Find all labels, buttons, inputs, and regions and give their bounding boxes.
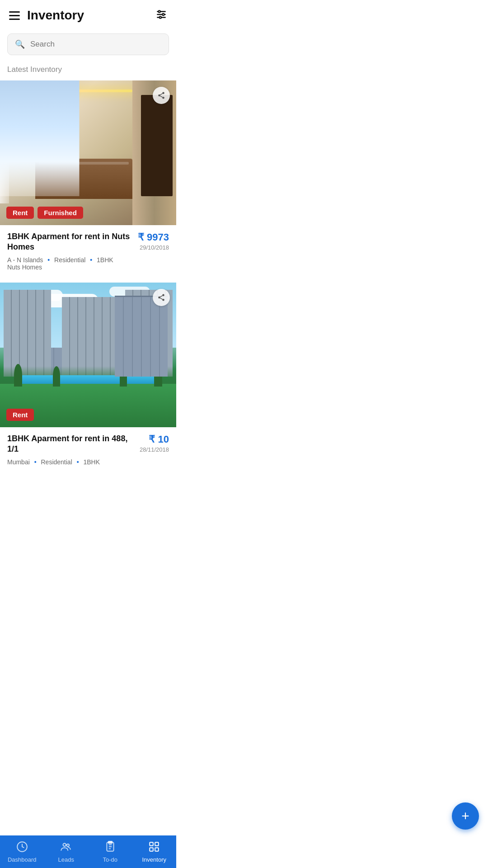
search-box[interactable]: 🔍 xyxy=(7,33,169,55)
svg-point-12 xyxy=(158,297,160,299)
card-category: Residential xyxy=(54,256,85,264)
hamburger-menu-icon[interactable] xyxy=(9,11,20,20)
svg-point-3 xyxy=(159,10,160,12)
svg-rect-26 xyxy=(150,848,154,851)
rent-tag: Rent xyxy=(6,409,34,421)
card-info: 1BHK Aparment for rent in Nuts Homes ₹ 9… xyxy=(0,225,176,279)
card-image: Rent Furnished xyxy=(0,80,176,225)
svg-point-11 xyxy=(162,294,164,296)
svg-point-5 xyxy=(160,16,161,18)
todo-icon xyxy=(104,841,116,854)
nav-item-dashboard[interactable]: Dashboard xyxy=(0,835,44,868)
card-image: Rent xyxy=(0,283,176,427)
card-meta: Mumbai • Residential • 1BHK xyxy=(7,458,169,466)
card-project: Nuts Homes xyxy=(7,264,42,271)
svg-line-9 xyxy=(160,96,162,97)
property-image-interior xyxy=(0,80,176,225)
rent-tag: Rent xyxy=(6,207,34,219)
svg-rect-23 xyxy=(108,841,112,843)
nav-item-inventory[interactable]: Inventory xyxy=(132,835,177,868)
section-title: Latest Inventory xyxy=(0,62,176,80)
nav-item-leads[interactable]: Leads xyxy=(44,835,89,868)
nav-item-todo[interactable]: To-do xyxy=(88,835,132,868)
card-price: ₹ 9973 xyxy=(138,231,169,243)
card-price: ₹ 10 xyxy=(140,434,169,445)
svg-point-18 xyxy=(67,844,69,846)
svg-point-8 xyxy=(162,97,164,99)
header: Inventory xyxy=(0,0,176,29)
search-input[interactable] xyxy=(30,40,161,49)
tags-container: Rent xyxy=(6,409,34,421)
svg-point-17 xyxy=(63,843,66,846)
card-date: 29/10/2018 xyxy=(138,244,169,251)
search-container: 🔍 xyxy=(0,29,176,62)
furnished-tag: Furnished xyxy=(38,207,83,219)
card-info: 1BHK Aparment for rent in 488, 1/1 ₹ 10 … xyxy=(0,427,176,474)
card-location: Mumbai xyxy=(7,458,30,466)
card-title: 1BHK Aparment for rent in Nuts Homes xyxy=(7,231,138,253)
page-title: Inventory xyxy=(27,8,84,23)
nav-label-leads: Leads xyxy=(58,856,74,863)
svg-rect-25 xyxy=(155,842,159,846)
nav-label-todo: To-do xyxy=(103,856,117,863)
card-title: 1BHK Aparment for rent in 488, 1/1 xyxy=(7,434,140,455)
share-button[interactable] xyxy=(153,289,170,306)
property-image-exterior xyxy=(0,283,176,427)
svg-line-14 xyxy=(160,298,162,299)
card-category: Residential xyxy=(41,458,72,466)
svg-point-13 xyxy=(162,299,164,301)
leads-icon xyxy=(60,841,72,854)
svg-line-10 xyxy=(160,94,162,95)
filter-icon[interactable] xyxy=(155,9,167,22)
svg-point-7 xyxy=(158,94,160,97)
nav-label-dashboard: Dashboard xyxy=(8,856,37,863)
card-date: 28/11/2018 xyxy=(140,446,169,453)
share-button[interactable] xyxy=(153,87,170,104)
inventory-card: Rent 1BHK Aparment for rent in 488, 1/1 … xyxy=(0,283,176,474)
inventory-card: Rent Furnished 1BHK Aparment for rent in… xyxy=(0,80,176,279)
svg-line-15 xyxy=(160,296,162,297)
search-icon: 🔍 xyxy=(15,39,25,49)
svg-point-4 xyxy=(162,14,164,15)
card-bhk: 1BHK xyxy=(97,256,113,264)
dashboard-icon xyxy=(16,841,28,854)
tags-container: Rent Furnished xyxy=(6,207,83,219)
card-meta: A - N Islands • Residential • 1BHK Nuts … xyxy=(7,256,169,271)
bottom-navigation: Dashboard Leads To-do xyxy=(0,835,176,868)
svg-point-6 xyxy=(162,92,164,94)
svg-rect-27 xyxy=(155,848,159,851)
inventory-icon xyxy=(148,841,160,854)
card-bhk: 1BHK xyxy=(83,458,100,466)
svg-rect-24 xyxy=(150,842,154,846)
card-location: A - N Islands xyxy=(7,256,43,264)
nav-label-inventory: Inventory xyxy=(142,856,166,863)
